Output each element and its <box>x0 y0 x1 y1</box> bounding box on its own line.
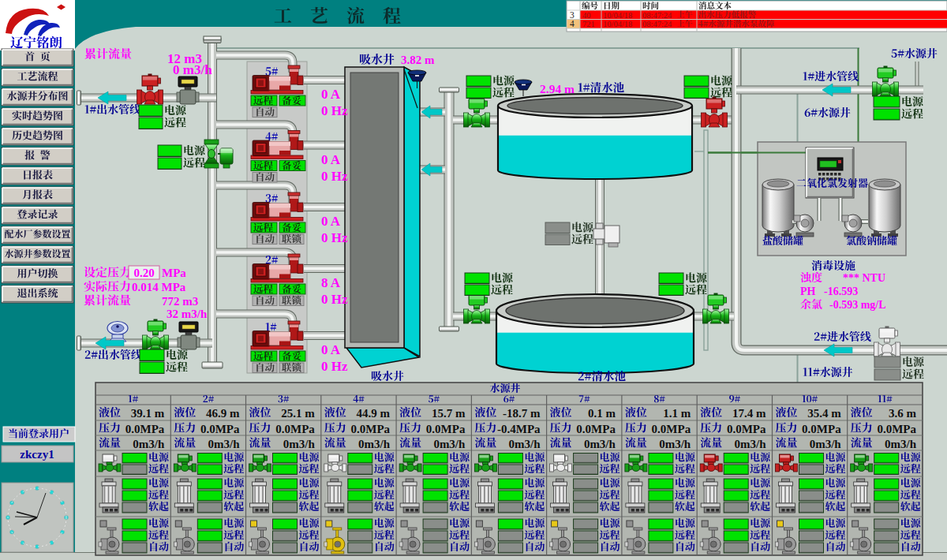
svg-text:0m3/h: 0m3/h <box>885 438 917 450</box>
svg-text:4: 4 <box>570 19 575 28</box>
svg-text:0 m3/h: 0 m3/h <box>173 62 212 77</box>
svg-text:35.4 m: 35.4 m <box>807 407 841 420</box>
svg-text:721: 721 <box>582 20 595 28</box>
svg-text:MPa: MPa <box>162 267 186 279</box>
svg-text:-0.593 mg/L: -0.593 mg/L <box>829 299 886 311</box>
svg-text:0.0MPa: 0.0MPa <box>802 423 841 435</box>
svg-text:*** NTU: *** NTU <box>843 272 885 284</box>
svg-text:0m3/h: 0m3/h <box>283 438 316 450</box>
svg-text:3.82 m: 3.82 m <box>401 54 435 66</box>
svg-text:8 A: 8 A <box>321 275 341 290</box>
svg-text:32 m3/h: 32 m3/h <box>167 308 208 320</box>
svg-text:0 Hz: 0 Hz <box>321 169 348 184</box>
svg-text:0 Hz: 0 Hz <box>321 230 348 245</box>
svg-text:0.0MPa: 0.0MPa <box>727 423 766 435</box>
svg-text:-16.593: -16.593 <box>824 286 858 297</box>
svg-text:2.94 m: 2.94 m <box>540 82 575 95</box>
svg-text:0m3/h: 0m3/h <box>509 438 541 450</box>
svg-text:0.0MPa: 0.0MPa <box>275 423 315 435</box>
svg-text:08:47:24: 08:47:24 <box>642 20 672 28</box>
svg-text:44.9 m: 44.9 m <box>357 407 391 420</box>
svg-text:0m3/h: 0m3/h <box>433 438 466 450</box>
svg-text:40: 40 <box>582 11 591 20</box>
svg-text:3: 3 <box>570 10 575 20</box>
svg-text:0 A: 0 A <box>321 342 341 357</box>
svg-text:0.0MPa: 0.0MPa <box>576 423 616 435</box>
svg-text:39.1 m: 39.1 m <box>131 407 165 420</box>
svg-text:0.1 m: 0.1 m <box>588 407 616 420</box>
svg-text:10/04/18: 10/04/18 <box>603 20 632 28</box>
svg-text:0.014 MPa: 0.014 MPa <box>132 281 186 293</box>
svg-text:0 Hz: 0 Hz <box>321 103 348 118</box>
svg-text:zkczy1: zkczy1 <box>20 448 54 461</box>
svg-text:0.0MPa: 0.0MPa <box>652 423 691 435</box>
svg-text:0 A: 0 A <box>321 87 341 102</box>
svg-text:0 Hz: 0 Hz <box>321 359 348 374</box>
svg-text:0m3/h: 0m3/h <box>659 438 691 450</box>
svg-text:15.7 m: 15.7 m <box>432 407 466 420</box>
svg-text:0m3/h: 0m3/h <box>810 438 842 450</box>
svg-text:0.20: 0.20 <box>133 267 154 279</box>
svg-text:0.0MPa: 0.0MPa <box>200 423 240 435</box>
svg-text:25.1 m: 25.1 m <box>281 407 315 420</box>
svg-text:0m3/h: 0m3/h <box>208 438 240 450</box>
svg-text:46.9 m: 46.9 m <box>206 407 240 420</box>
svg-text:0.0MPa: 0.0MPa <box>125 423 165 435</box>
svg-text:10/04/18: 10/04/18 <box>603 11 632 20</box>
svg-text:0m3/h: 0m3/h <box>734 438 766 450</box>
svg-text:772 m3: 772 m3 <box>162 295 198 308</box>
svg-text:17.4 m: 17.4 m <box>732 407 766 420</box>
svg-text:08:47:24: 08:47:24 <box>642 11 672 20</box>
svg-text:0m3/h: 0m3/h <box>133 438 165 450</box>
svg-text:-18.7 m: -18.7 m <box>503 407 541 420</box>
svg-text:0 A: 0 A <box>321 214 341 229</box>
svg-text:3.6 m: 3.6 m <box>889 407 917 420</box>
svg-text:1.1 m: 1.1 m <box>663 407 691 420</box>
svg-text:0.0MPa: 0.0MPa <box>426 423 466 435</box>
svg-text:0m3/h: 0m3/h <box>358 438 391 450</box>
svg-text:-0.4MPa: -0.4MPa <box>497 423 541 435</box>
svg-text:PH: PH <box>800 286 816 297</box>
svg-text:0m3/h: 0m3/h <box>584 438 616 450</box>
svg-text:0.0MPa: 0.0MPa <box>351 423 391 435</box>
svg-text:0.0MPa: 0.0MPa <box>877 423 916 435</box>
svg-text:0 Hz: 0 Hz <box>321 292 348 307</box>
svg-text:0 A: 0 A <box>321 152 341 167</box>
